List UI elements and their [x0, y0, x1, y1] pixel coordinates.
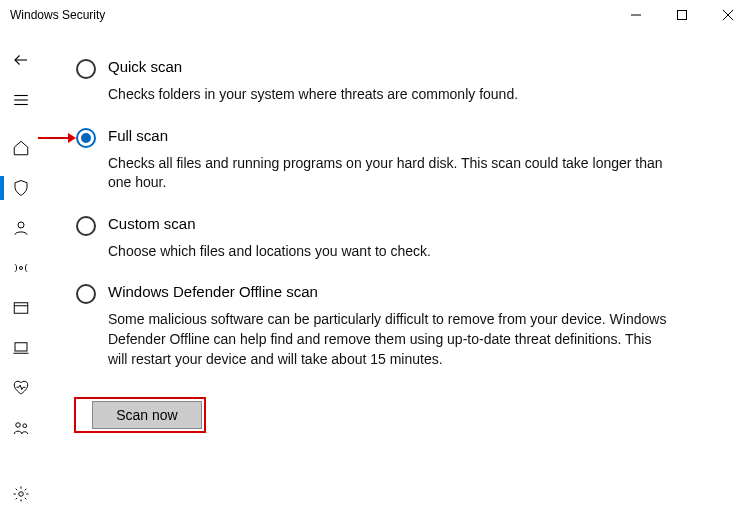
option-label: Windows Defender Offline scan [108, 283, 668, 300]
device-health-icon[interactable] [0, 368, 42, 408]
firewall-icon[interactable] [0, 248, 42, 288]
svg-point-9 [20, 267, 23, 270]
svg-rect-1 [678, 11, 687, 20]
option-label: Full scan [108, 127, 668, 144]
option-desc: Checks all files and running programs on… [108, 154, 668, 193]
shield-icon[interactable] [0, 168, 42, 208]
app-browser-icon[interactable] [0, 288, 42, 328]
radio-custom-scan[interactable] [76, 216, 96, 236]
option-quick-scan[interactable]: Quick scan Checks folders in your system… [74, 58, 721, 105]
svg-point-15 [23, 424, 27, 428]
back-button[interactable] [0, 40, 42, 80]
svg-point-14 [16, 423, 21, 428]
svg-point-16 [19, 492, 24, 497]
window-title: Windows Security [10, 8, 105, 22]
option-desc: Checks folders in your system where thre… [108, 85, 518, 105]
option-desc: Choose which files and locations you wan… [108, 242, 431, 262]
annotation-arrow-icon [36, 131, 76, 148]
radio-full-scan[interactable] [76, 128, 96, 148]
radio-quick-scan[interactable] [76, 59, 96, 79]
radio-offline-scan[interactable] [76, 284, 96, 304]
content-area: Quick scan Checks folders in your system… [42, 30, 751, 520]
minimize-button[interactable] [613, 0, 659, 30]
scan-now-button[interactable]: Scan now [92, 401, 202, 429]
device-security-icon[interactable] [0, 328, 42, 368]
close-button[interactable] [705, 0, 751, 30]
annotation-highlight: Scan now [74, 397, 206, 433]
option-label: Quick scan [108, 58, 518, 75]
option-desc: Some malicious software can be particula… [108, 310, 668, 369]
svg-marker-18 [68, 133, 76, 143]
option-full-scan[interactable]: Full scan Checks all files and running p… [74, 127, 721, 193]
menu-icon[interactable] [0, 80, 42, 120]
account-icon[interactable] [0, 208, 42, 248]
option-offline-scan[interactable]: Windows Defender Offline scan Some malic… [74, 283, 721, 369]
settings-icon[interactable] [0, 474, 42, 514]
option-label: Custom scan [108, 215, 431, 232]
svg-point-8 [18, 222, 24, 228]
family-icon[interactable] [0, 408, 42, 448]
sidebar [0, 30, 42, 520]
option-custom-scan[interactable]: Custom scan Choose which files and locat… [74, 215, 721, 262]
svg-rect-10 [14, 303, 28, 314]
svg-rect-12 [15, 343, 27, 351]
maximize-button[interactable] [659, 0, 705, 30]
titlebar: Windows Security [0, 0, 751, 30]
